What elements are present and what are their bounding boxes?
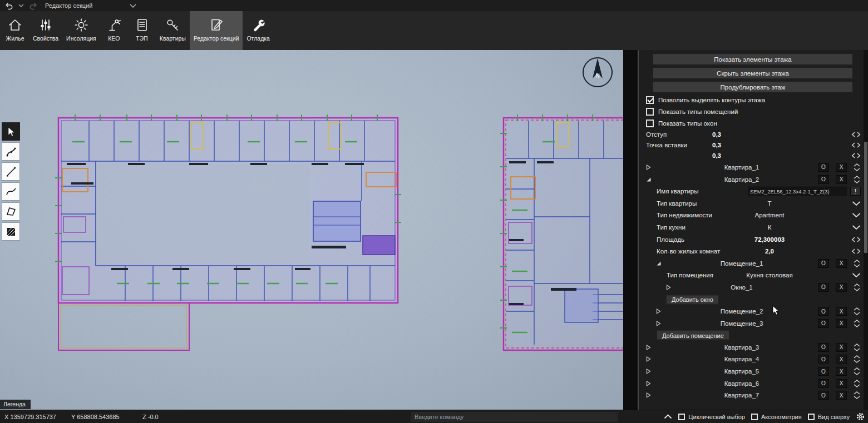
stepper-icon[interactable] (851, 142, 861, 148)
field-value[interactable]: 72,300003 (728, 236, 811, 243)
row-x-button[interactable]: X (836, 319, 847, 328)
row-reorder-control[interactable] (853, 379, 861, 388)
scrollbar-thumb[interactable] (864, 142, 867, 253)
row-o-button[interactable]: O (818, 367, 829, 376)
expander-collapsed-icon[interactable] (646, 164, 651, 170)
checkbox-unchecked[interactable] (751, 414, 758, 420)
field-value[interactable]: Apartment (728, 212, 811, 218)
expander-expanded-icon[interactable] (646, 177, 652, 182)
dropdown-chevron-icon[interactable] (852, 225, 861, 230)
select-tool[interactable] (2, 122, 20, 141)
toolbar-item-section-editor[interactable]: Редактор секций (190, 11, 243, 50)
field-value[interactable]: 0,3 (689, 131, 744, 138)
checkbox-row-allow-contours[interactable]: Позволить выделять контуры этажа (644, 94, 861, 106)
tree-row-label[interactable]: Квартира_7 (697, 392, 786, 399)
toolbar-item-keo[interactable]: КЕО (100, 11, 128, 50)
row-o-button[interactable]: O (818, 319, 829, 328)
spline-tool[interactable] (2, 182, 20, 201)
toggle-axonometry[interactable]: Аксонометрия (751, 414, 802, 420)
stepper-icon[interactable] (851, 236, 861, 242)
toolbar-item-housing[interactable]: Жилье (1, 11, 29, 50)
expander-collapsed-icon[interactable] (646, 369, 651, 375)
tree-row-label[interactable]: Квартира_6 (697, 380, 786, 387)
dropdown-chevron-icon[interactable] (852, 213, 861, 218)
expander-collapsed-icon[interactable] (656, 320, 661, 326)
row-reorder-control[interactable] (853, 391, 861, 400)
row-x-button[interactable]: X (836, 391, 847, 400)
expander-collapsed-icon[interactable] (646, 344, 651, 350)
tree-row-label[interactable]: Помещение_3 (697, 320, 786, 327)
dropdown-chevron-icon[interactable] (852, 273, 861, 278)
row-x-button[interactable]: X (836, 175, 847, 184)
row-reorder-control[interactable] (853, 367, 861, 376)
apartment-name-input[interactable]: SEM2_2EL56_12.3x4.2-1_T_Z(3) (748, 187, 847, 196)
redo-icon[interactable] (29, 2, 38, 10)
tree-row-label[interactable]: Квартира_2 (697, 176, 786, 183)
expand-console-chevron-icon[interactable] (664, 414, 672, 419)
checkbox-unchecked[interactable] (646, 120, 654, 127)
expander-collapsed-icon[interactable] (666, 284, 671, 290)
toolbar-item-insolation[interactable]: Инсоляция (62, 11, 100, 50)
row-x-button[interactable]: X (836, 355, 847, 364)
row-reorder-control[interactable] (853, 175, 861, 184)
expander-collapsed-icon[interactable] (656, 308, 661, 315)
tree-row-label[interactable]: Квартира_3 (697, 344, 786, 351)
field-value[interactable]: К (728, 224, 811, 231)
field-value[interactable]: 2,0 (728, 248, 811, 255)
toolbar-item-tep[interactable]: ТЭП (128, 11, 156, 50)
hatch-tool[interactable] (2, 222, 20, 241)
row-x-button[interactable]: X (836, 283, 847, 292)
freehand-tool[interactable] (2, 142, 20, 161)
row-o-button[interactable]: O (818, 175, 829, 184)
row-o-button[interactable]: O (818, 283, 829, 292)
toolbar-item-properties[interactable]: Свойства (29, 11, 62, 50)
checkbox-row-show-window-types[interactable]: Показать типы окон (644, 117, 861, 129)
row-reorder-control[interactable] (853, 163, 861, 172)
field-value[interactable]: 0,3 (689, 142, 744, 148)
toggle-cyclic-selection[interactable]: Циклический выбор (678, 414, 745, 420)
mode-dropdown-chevron-icon[interactable] (130, 4, 136, 8)
warning-button[interactable]: ! (850, 187, 861, 196)
toggle-top-view[interactable]: Вид сверху (808, 414, 850, 420)
row-reorder-control[interactable] (853, 355, 861, 364)
row-reorder-control[interactable] (853, 319, 861, 328)
expander-collapsed-icon[interactable] (646, 392, 651, 399)
row-x-button[interactable]: X (836, 367, 847, 376)
tree-row-label[interactable]: Окно_1 (697, 284, 786, 291)
row-o-button[interactable]: O (818, 163, 829, 172)
toolbar-item-apartments[interactable]: Квартиры (156, 11, 190, 50)
tree-row-label[interactable]: Квартира_5 (697, 368, 786, 375)
row-reorder-control[interactable] (853, 259, 861, 268)
field-value[interactable]: Кухня-столовая (728, 272, 811, 278)
duplicate-floor-button[interactable]: Продублировать этаж (653, 82, 852, 92)
panel-splitter[interactable] (638, 50, 639, 410)
row-x-button[interactable]: X (836, 379, 847, 388)
checkbox-checked[interactable] (646, 96, 654, 104)
row-x-button[interactable]: X (836, 343, 847, 352)
stepper-icon[interactable] (851, 248, 861, 255)
panel-scrollbar[interactable] (864, 50, 868, 410)
row-x-button[interactable]: X (836, 259, 847, 268)
settings-gear-icon[interactable] (856, 412, 865, 421)
row-o-button[interactable]: O (818, 355, 829, 364)
row-reorder-control[interactable] (853, 343, 861, 352)
hide-floor-elements-button[interactable]: Скрыть элементы этажа (653, 68, 852, 78)
line-tool[interactable] (2, 162, 20, 181)
row-o-button[interactable]: O (818, 379, 829, 388)
expander-collapsed-icon[interactable] (646, 356, 651, 362)
checkbox-unchecked[interactable] (678, 414, 685, 420)
row-o-button[interactable]: O (818, 391, 829, 400)
floor-plans[interactable] (0, 50, 623, 410)
row-reorder-control[interactable] (853, 307, 861, 316)
row-o-button[interactable]: O (818, 259, 829, 268)
undo-dropdown-chevron-icon[interactable] (18, 4, 24, 7)
tree-row-label[interactable]: Квартира_1 (697, 164, 786, 171)
row-x-button[interactable]: X (836, 163, 847, 172)
tree-row-label[interactable]: Помещение_1 (697, 260, 786, 267)
field-value[interactable]: 0,3 (689, 152, 744, 159)
undo-icon[interactable] (4, 2, 13, 10)
show-floor-elements-button[interactable]: Показать элементы этажа (653, 54, 852, 64)
checkbox-unchecked[interactable] (808, 414, 815, 420)
expander-collapsed-icon[interactable] (646, 380, 651, 386)
drawing-canvas[interactable]: N Легенда (0, 50, 623, 410)
